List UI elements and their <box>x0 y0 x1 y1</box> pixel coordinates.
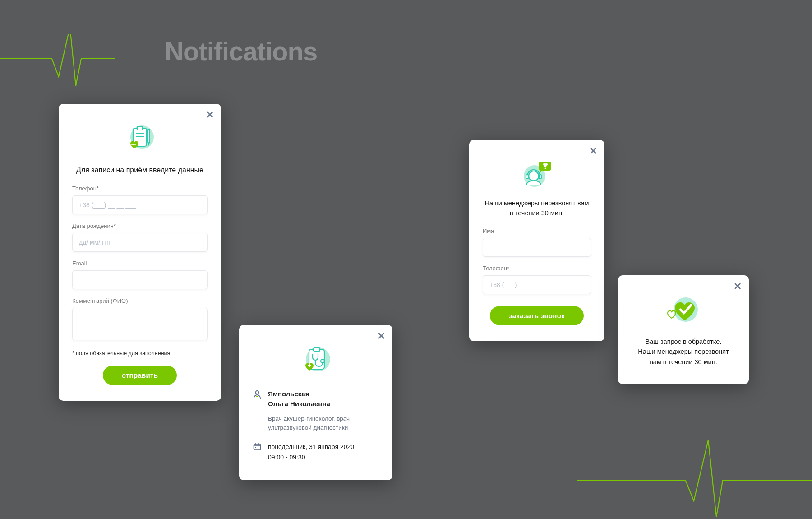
appt-date-line1: понедельник, 31 января 2020 <box>268 443 354 450</box>
svg-rect-12 <box>256 396 258 397</box>
callback-phone-label: Телефон* <box>483 265 591 272</box>
ecg-decoration-bottom <box>577 438 812 519</box>
submit-button[interactable]: отправить <box>103 366 177 385</box>
comment-textarea[interactable] <box>72 308 208 340</box>
dob-input[interactable] <box>72 233 208 252</box>
svg-point-10 <box>321 359 324 363</box>
close-icon[interactable]: ✕ <box>589 146 597 156</box>
appt-date-line2: 09:00 - 09:30 <box>268 454 305 461</box>
appointment-form-card: ✕ Для записи на приём введите данные Тел… <box>59 104 221 401</box>
svg-rect-17 <box>255 447 256 448</box>
callback-form-card: ✕ Наши менеджеры перезвонят вам в течени… <box>469 140 604 341</box>
svg-rect-9 <box>314 348 320 351</box>
svg-rect-2 <box>137 126 143 130</box>
appointment-heading: Для записи на приём введите данные <box>72 166 208 174</box>
support-agent-icon <box>483 158 591 190</box>
close-icon[interactable]: ✕ <box>377 331 385 341</box>
svg-point-11 <box>256 391 259 394</box>
svg-point-19 <box>529 171 539 181</box>
doctor-given-name: Ольга Николаевна <box>268 400 330 408</box>
success-message: Ваш запрос в обработке. Наши менеджеры п… <box>631 337 736 367</box>
appointment-confirm-card: ✕ Ямпольская Ольга Николаевна В <box>239 325 392 480</box>
close-icon[interactable]: ✕ <box>206 110 214 120</box>
order-call-button[interactable]: заказать звонок <box>490 306 584 325</box>
stethoscope-clipboard-icon <box>253 343 379 380</box>
doctor-specialty: Врач акушер-гинеколог, врач ультразвуков… <box>268 414 379 433</box>
svg-rect-20 <box>526 175 528 179</box>
required-hint: * поля обязательные для заполнения <box>72 350 208 357</box>
phone-input[interactable] <box>72 195 208 214</box>
callback-heading: Наши менеджеры перезвонят вам в течении … <box>483 199 591 218</box>
email-label: Email <box>72 260 208 267</box>
page-title: Notifications <box>165 36 317 66</box>
success-card: ✕ Ваш запрос в обработке. Наши менеджеры… <box>618 275 749 384</box>
svg-rect-21 <box>539 175 541 179</box>
svg-rect-13 <box>254 444 261 450</box>
close-icon[interactable]: ✕ <box>734 282 742 292</box>
doctor-surname: Ямпольская <box>268 390 309 398</box>
name-input[interactable] <box>483 238 591 257</box>
callback-phone-input[interactable] <box>483 275 591 294</box>
doctor-icon <box>253 389 262 400</box>
phone-label: Телефон* <box>72 185 208 192</box>
email-input[interactable] <box>72 270 208 289</box>
svg-rect-6 <box>148 129 150 143</box>
clipboard-icon <box>72 122 208 157</box>
date-row: понедельник, 31 января 2020 09:00 - 09:3… <box>253 442 379 462</box>
doctor-row: Ямпольская Ольга Николаевна Врач акушер-… <box>253 389 379 433</box>
success-check-icon <box>631 293 736 328</box>
name-label: Имя <box>483 227 591 234</box>
svg-point-23 <box>545 168 546 169</box>
calendar-icon <box>253 442 262 451</box>
ecg-decoration-top <box>0 34 115 93</box>
comment-label: Комментарий (ФИО) <box>72 297 208 304</box>
dob-label: Дата рождения* <box>72 222 208 229</box>
